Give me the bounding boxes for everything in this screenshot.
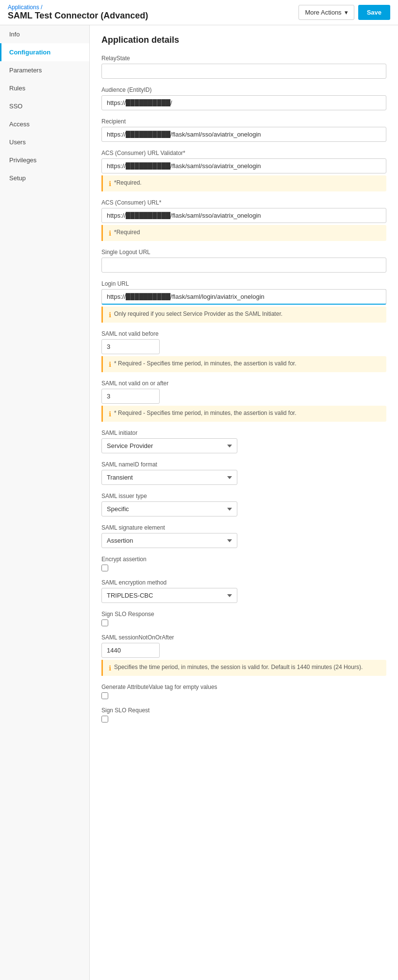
acs-url-required-box: ℹ *Required: [101, 225, 386, 241]
saml-encryption-group: SAML encryption method TRIPLDES-CBC AES-…: [101, 579, 386, 603]
generate-attr-group: Generate AttributeValue tag for empty va…: [101, 684, 386, 699]
sidebar-item-configuration[interactable]: Configuration: [0, 43, 89, 61]
saml-issuer-select[interactable]: Specific Generic: [101, 501, 237, 516]
page-title: SAML Test Connector (Advanced): [8, 11, 148, 21]
sign-slo-response-checkbox[interactable]: [101, 619, 108, 626]
saml-session-info-text: Specifies the time period, in minutes, t…: [114, 664, 363, 671]
sidebar-item-sso[interactable]: SSO: [0, 97, 89, 115]
saml-not-valid-after-input[interactable]: [101, 389, 160, 404]
acs-validator-required-box: ℹ *Required.: [101, 175, 386, 191]
saml-not-valid-after-label: SAML not valid on or after: [101, 380, 386, 387]
sign-slo-request-checkbox[interactable]: [101, 716, 108, 722]
saml-encryption-label: SAML encryption method: [101, 579, 386, 586]
page-layout: Info Configuration Parameters Rules SSO …: [0, 25, 398, 980]
login-url-group: Login URL ℹ Only required if you select …: [101, 280, 386, 323]
chevron-down-icon: ▾: [345, 9, 348, 16]
sign-slo-response-label: Sign SLO Response: [101, 611, 386, 618]
acs-url-input[interactable]: [101, 208, 386, 223]
save-button[interactable]: Save: [358, 5, 390, 20]
info-icon-5: ℹ: [109, 410, 111, 418]
recipient-group: Recipient: [101, 118, 386, 142]
single-logout-group: Single Logout URL: [101, 249, 386, 273]
saml-signature-select[interactable]: Assertion Response Both: [101, 533, 237, 548]
saml-not-valid-before-group: SAML not valid before ℹ * Required - Spe…: [101, 330, 386, 372]
main-content: Application details RelayState Audience …: [90, 25, 398, 980]
saml-not-valid-after-group: SAML not valid on or after ℹ * Required …: [101, 380, 386, 422]
saml-session-group: SAML sessionNotOnOrAfter ℹ Specifies the…: [101, 634, 386, 676]
saml-nameid-group: SAML nameID format Transient Persistent …: [101, 461, 386, 485]
single-logout-label: Single Logout URL: [101, 249, 386, 256]
relay-state-input[interactable]: [101, 64, 386, 79]
saml-signature-label: SAML signature element: [101, 524, 386, 531]
saml-session-input[interactable]: [101, 643, 160, 658]
toolbar: More Actions ▾ Save: [298, 5, 390, 20]
section-title: Application details: [101, 35, 386, 45]
login-url-info-box: ℹ Only required if you select Service Pr…: [101, 307, 386, 323]
audience-input[interactable]: [101, 95, 386, 110]
acs-validator-required-text: *Required.: [114, 179, 142, 186]
saml-session-label: SAML sessionNotOnOrAfter: [101, 634, 386, 641]
login-url-input[interactable]: [101, 289, 386, 305]
sign-slo-response-group: Sign SLO Response: [101, 611, 386, 626]
saml-initiator-label: SAML initiator: [101, 430, 386, 436]
saml-initiator-select[interactable]: Service Provider OneLogin: [101, 438, 237, 453]
login-url-label: Login URL: [101, 280, 386, 287]
saml-not-valid-before-input[interactable]: [101, 339, 160, 354]
top-bar: Applications / SAML Test Connector (Adva…: [0, 0, 398, 25]
generate-attr-checkbox-group: [101, 692, 386, 699]
sidebar-item-privileges[interactable]: Privileges: [0, 151, 89, 169]
info-icon-2: ℹ: [109, 229, 111, 237]
sign-slo-request-group: Sign SLO Request: [101, 707, 386, 722]
sign-slo-request-checkbox-group: [101, 716, 386, 722]
sidebar-item-rules[interactable]: Rules: [0, 79, 89, 97]
sidebar-item-setup[interactable]: Setup: [0, 169, 89, 187]
acs-url-group: ACS (Consumer) URL* ℹ *Required: [101, 199, 386, 241]
acs-validator-label: ACS (Consumer) URL Validator*: [101, 150, 386, 156]
saml-issuer-group: SAML issuer type Specific Generic: [101, 493, 386, 516]
saml-encryption-select[interactable]: TRIPLDES-CBC AES-128-CBC AES-192-CBC AES…: [101, 588, 237, 603]
sign-slo-response-checkbox-group: [101, 619, 386, 626]
recipient-label: Recipient: [101, 118, 386, 125]
sidebar-item-info[interactable]: Info: [0, 25, 89, 43]
breadcrumb[interactable]: Applications /: [8, 4, 148, 11]
sidebar: Info Configuration Parameters Rules SSO …: [0, 25, 90, 980]
sign-slo-request-label: Sign SLO Request: [101, 707, 386, 714]
acs-url-label: ACS (Consumer) URL*: [101, 199, 386, 206]
info-icon-6: ℹ: [109, 664, 111, 672]
sidebar-item-users[interactable]: Users: [0, 133, 89, 151]
saml-nameid-label: SAML nameID format: [101, 461, 386, 468]
saml-not-valid-before-info-box: ℹ * Required - Specifies time period, in…: [101, 356, 386, 372]
saml-signature-group: SAML signature element Assertion Respons…: [101, 524, 386, 548]
relay-state-label: RelayState: [101, 55, 386, 62]
saml-session-info-box: ℹ Specifies the time period, in minutes,…: [101, 660, 386, 676]
info-icon: ℹ: [109, 180, 111, 188]
encrypt-assertion-checkbox[interactable]: [101, 565, 108, 571]
info-icon-4: ℹ: [109, 361, 111, 368]
info-icon-3: ℹ: [109, 311, 111, 319]
saml-not-valid-after-info-box: ℹ * Required - Specifies time period, in…: [101, 406, 386, 422]
acs-validator-input[interactable]: [101, 158, 386, 173]
sidebar-item-parameters[interactable]: Parameters: [0, 61, 89, 79]
saml-not-valid-before-info-text: * Required - Specifies time period, in m…: [114, 360, 297, 367]
generate-attr-checkbox[interactable]: [101, 692, 108, 699]
saml-issuer-label: SAML issuer type: [101, 493, 386, 499]
generate-attr-label: Generate AttributeValue tag for empty va…: [101, 684, 386, 690]
relay-state-group: RelayState: [101, 55, 386, 79]
single-logout-input[interactable]: [101, 258, 386, 273]
recipient-input[interactable]: [101, 127, 386, 142]
login-url-info-text: Only required if you select Service Prov…: [114, 310, 282, 317]
audience-group: Audience (EntityID): [101, 86, 386, 110]
saml-initiator-group: SAML initiator Service Provider OneLogin: [101, 430, 386, 453]
acs-validator-group: ACS (Consumer) URL Validator* ℹ *Require…: [101, 150, 386, 191]
encrypt-assertion-group: Encrypt assertion: [101, 556, 386, 571]
saml-not-valid-after-info-text: * Required - Specifies time period, in m…: [114, 410, 297, 416]
saml-not-valid-before-label: SAML not valid before: [101, 330, 386, 337]
saml-nameid-select[interactable]: Transient Persistent Email Unspecified: [101, 470, 237, 485]
encrypt-assertion-checkbox-group: [101, 565, 386, 571]
sidebar-item-access[interactable]: Access: [0, 115, 89, 133]
more-actions-button[interactable]: More Actions ▾: [298, 5, 354, 20]
title-area: Applications / SAML Test Connector (Adva…: [8, 4, 148, 21]
more-actions-label: More Actions: [305, 9, 341, 16]
audience-label: Audience (EntityID): [101, 86, 386, 93]
encrypt-assertion-label: Encrypt assertion: [101, 556, 386, 563]
